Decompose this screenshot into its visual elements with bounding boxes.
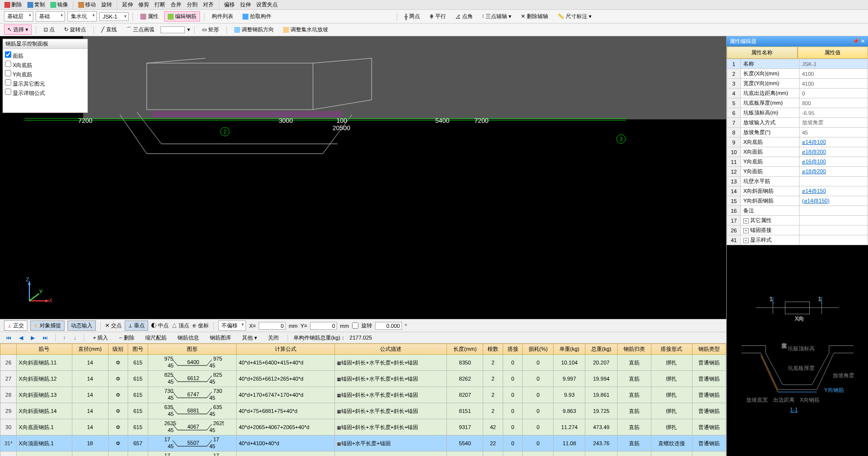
table-header[interactable]: 直径(mm) (72, 344, 108, 355)
prop-row[interactable]: 12 Y向面筋 ⌀18@200 (727, 167, 868, 177)
dd-category[interactable]: 基础 (36, 11, 65, 22)
table-header[interactable]: 图形 (148, 344, 237, 355)
tab-prop-name[interactable]: 属性名称 (727, 46, 798, 59)
btn-point[interactable]: ⊡点 (40, 24, 58, 35)
table-header[interactable]: 损耗(%) (523, 344, 554, 355)
btn-lib[interactable]: 钢筋图库 (206, 333, 235, 343)
pin-icon[interactable]: 📌 (852, 38, 859, 44)
dd-offset[interactable]: 不偏移 (218, 320, 246, 331)
toggle-dyn[interactable]: 动态输入 (67, 320, 96, 331)
dd-type[interactable]: 集水坑 (67, 11, 97, 22)
tb-copy[interactable]: 复制 (25, 0, 47, 9)
prop-row[interactable]: 1 名称 JSK-1 (727, 59, 868, 69)
snap-intersect[interactable]: ✕ 交点 (105, 322, 122, 329)
btn-3pt[interactable]: ⁝三点辅轴▾ (479, 11, 515, 22)
nav-last[interactable]: ⏭ (41, 335, 50, 341)
tb-extend[interactable]: 延伸 (120, 0, 135, 9)
prop-row[interactable]: 5 坑底板厚度(mm) 800 (727, 98, 868, 108)
chk-x-bottom[interactable]: X向底筋 (5, 60, 86, 69)
input-rot[interactable] (375, 322, 402, 330)
table-header[interactable]: 公式描述 (334, 344, 447, 355)
btn-delaux[interactable]: ✕删除辅轴 (517, 11, 552, 22)
table-header[interactable]: 钢筋类型 (692, 344, 726, 355)
nav-down[interactable]: ↓ (72, 335, 79, 341)
table-header[interactable] (0, 344, 17, 355)
table-header[interactable]: 搭接 (503, 344, 523, 355)
tb-align[interactable]: 对齐 (201, 0, 216, 9)
tb-offset[interactable]: 偏移 (222, 0, 237, 9)
rebar-table-container[interactable]: 筋号直径(mm)级别图号图形计算公式公式描述长度(mm)根数搭接损耗(%)单重(… (0, 343, 726, 456)
btn-ptang[interactable]: ⦨点角 (452, 11, 476, 22)
btn-2pt[interactable]: ╫两点 (401, 11, 424, 22)
nav-prev[interactable]: ◀ (17, 335, 25, 341)
toggle-snap[interactable]: ⊙ 对象捕捉 (30, 320, 65, 331)
prop-row[interactable]: 4 坑底出边距离(mm) 0 (727, 89, 868, 98)
btn-attr[interactable]: 属性 (137, 11, 162, 22)
nav-up[interactable]: ↑ (61, 335, 68, 341)
chk-rotate[interactable] (352, 322, 358, 329)
table-header[interactable]: 单重(kg) (554, 344, 585, 355)
btn-dim[interactable]: 📏尺寸标注▾ (554, 11, 595, 22)
btn-select[interactable]: ↖选择▾ (4, 24, 32, 35)
table-header[interactable]: 钢筋归类 (617, 344, 651, 355)
btn-list[interactable]: 构件列表 (208, 11, 237, 22)
prop-row[interactable]: 41 +显示样式 (727, 235, 868, 245)
btn-scale[interactable]: 缩尺配筋 (142, 333, 170, 343)
snap-mid[interactable]: ◐ 中点 (151, 322, 169, 329)
btn-edit-rebar[interactable]: 编辑钢筋 (164, 11, 200, 22)
table-header[interactable]: 总重(kg) (585, 344, 617, 355)
table-header[interactable]: 搭接形式 (651, 344, 692, 355)
snap-coord[interactable]: ⊕ 坐标 (192, 322, 209, 329)
table-row[interactable]: 28 X向斜面钢筋.1314Φ615 73045674745730 40*d+1… (0, 387, 726, 403)
btn-slope[interactable]: 调整集水坑放坡 (280, 24, 332, 35)
prop-row[interactable]: 13 坑壁水平筋 (727, 177, 868, 186)
snap-perp[interactable]: ⊥ 垂点 (125, 320, 148, 331)
dd-instance[interactable]: JSK-1 (99, 12, 129, 21)
btn-rect[interactable]: ▭矩形 (199, 24, 223, 35)
prop-row[interactable]: 7 放坡输入方式 放坡角度 (727, 118, 868, 128)
tb-grip[interactable]: 设置夹点 (254, 0, 280, 9)
input-x[interactable] (259, 322, 286, 330)
btn-insert[interactable]: + 插入 (89, 333, 111, 343)
tb-break[interactable]: 打断 (153, 0, 167, 9)
prop-row[interactable]: 26 +锚固搭接 (727, 226, 868, 235)
table-row[interactable]: 30 X向底面钢筋.114Φ615 2625454067452625 40*d+… (0, 419, 726, 435)
tb-mirror[interactable]: 镜像 (48, 0, 70, 9)
dd-floor[interactable]: 基础层 (4, 11, 33, 22)
prop-row[interactable]: 10 X向面筋 ⌀18@200 (727, 147, 868, 157)
prop-row[interactable]: 11 Y向底筋 ⌀16@100 (727, 157, 868, 167)
btn-3arc[interactable]: ⌒三点画弧 (123, 24, 158, 35)
prop-row[interactable]: 3 宽度(Y向)(mm) 4100 (727, 79, 868, 89)
table-row[interactable]: 29 X向斜面钢筋.1414Φ615 63545688145635 40*d+7… (0, 403, 726, 419)
tb-stretch[interactable]: 拉伸 (238, 0, 253, 9)
nav-next[interactable]: ▶ (29, 335, 37, 341)
table-header[interactable]: 根数 (483, 344, 503, 355)
viewport-3d[interactable]: 2 3 7200 3000 100 20500 5400 7200 Z Y (0, 36, 726, 319)
btn-close[interactable]: 关闭 (265, 333, 282, 343)
table-row[interactable]: 32 X向顶面钢筋.118Φ657 174555074517 40*d+4100… (0, 452, 726, 456)
prop-row[interactable]: 2 长度(X向)(mm) 4100 (727, 69, 868, 79)
btn-delete[interactable]: − 删除 (115, 333, 137, 343)
btn-other[interactable]: 其他▾ (239, 333, 261, 343)
chk-show-formula[interactable]: 显示详细公式 (5, 88, 86, 97)
tb-join[interactable]: 合并 (169, 0, 183, 9)
table-header[interactable]: 图号 (128, 344, 148, 355)
btn-adjust[interactable]: 调整钢筋方向 (231, 24, 277, 35)
table-header[interactable]: 筋号 (17, 344, 72, 355)
prop-row[interactable]: 14 X向斜面钢筋 ⌀14@150 (727, 186, 868, 196)
toggle-ortho[interactable]: ⊥ 正交 (4, 320, 27, 331)
prop-row[interactable]: 16 备注 (727, 206, 868, 216)
btn-parallel[interactable]: ⋕平行 (426, 11, 449, 22)
prop-row[interactable]: 17 +其它属性 (727, 216, 868, 226)
tb-trim[interactable]: 修剪 (136, 0, 151, 9)
tb-rotate[interactable]: 旋转 (99, 0, 114, 9)
prop-row[interactable]: 8 放坡角度(°) 45 (727, 128, 868, 137)
prop-row[interactable]: 9 X向底筋 ⌀14@100 (727, 137, 868, 147)
input-arc[interactable] (160, 26, 185, 33)
btn-pick[interactable]: 拾取构件 (239, 11, 275, 22)
snap-vertex[interactable]: △ 顶点 (172, 322, 189, 329)
table-row[interactable]: 31* X向顶面钢筋.118Φ657 174555074517 40*d+410… (0, 435, 726, 452)
table-row[interactable]: 26 X向斜面钢筋.1114Φ615 97545640045975 40*d+4… (0, 355, 726, 371)
tb-split[interactable]: 分割 (185, 0, 200, 9)
input-y[interactable] (310, 322, 337, 330)
